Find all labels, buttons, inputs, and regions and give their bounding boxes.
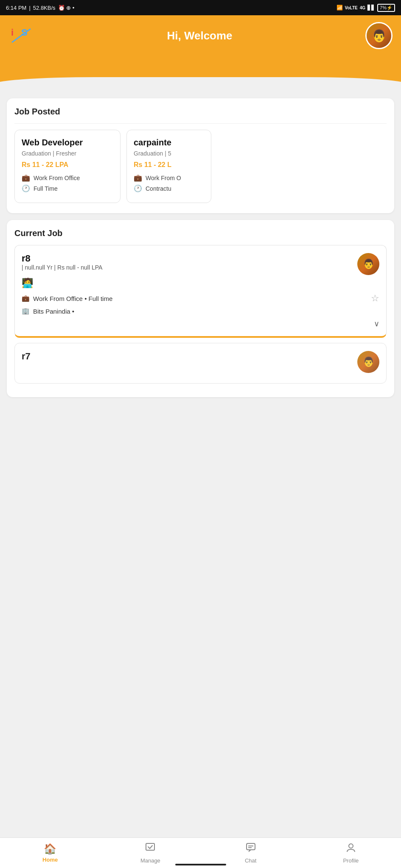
header-greeting: Hi, Welcome — [34, 29, 365, 42]
logo-svg: i 3 S — [9, 24, 33, 47]
app-logo: i 3 S — [8, 23, 34, 48]
job-title-0: Web Developer — [22, 138, 113, 147]
home-icon: 🏠 — [44, 843, 56, 855]
status-speed: 52.8KB/s — [33, 5, 56, 11]
user-avatar[interactable]: 👨 — [365, 22, 393, 49]
main-content: Job Posted Web Developer Graduation | Fr… — [0, 92, 401, 448]
status-network: | — [29, 5, 30, 11]
chat-icon — [245, 842, 256, 856]
work-person-icon: 🧑‍💻 — [22, 278, 379, 289]
clock-icon-1: 🕐 — [134, 184, 142, 192]
building-icon-0: 🏢 — [22, 307, 30, 315]
chevron-row-0[interactable]: ∨ — [22, 319, 379, 328]
current-job-item-0[interactable]: r8 | null.null Yr | Rs null - null LPA 👨… — [14, 245, 387, 338]
cj-meta-0: | null.null Yr | Rs null - null LPA — [22, 264, 102, 271]
cj-avatar-1: 👨 — [357, 351, 379, 373]
status-right: 📶 VoLTE 4G ▋▋ 7%⚡ — [337, 4, 395, 12]
cj-top-1: r7 👨 — [22, 351, 379, 373]
cj-work-detail-0: 💼 Work From Office • Full time — [22, 295, 112, 302]
jobs-scroll[interactable]: Web Developer Graduation | Fresher Rs 11… — [14, 130, 387, 205]
cj-avatar-0: 👨 — [357, 253, 379, 275]
job-title-1: carpainte — [134, 138, 204, 147]
cj-top-0: r8 | null.null Yr | Rs null - null LPA 👨 — [22, 253, 379, 275]
briefcase-icon-1: 💼 — [134, 174, 142, 182]
battery-icon: 7%⚡ — [377, 4, 395, 12]
job-meta-0: Graduation | Fresher — [22, 150, 113, 157]
manage-icon — [145, 842, 156, 856]
job-work-0: 💼 Work From Office — [22, 174, 113, 182]
nav-profile-label: Profile — [343, 857, 359, 864]
svg-text:S: S — [21, 27, 28, 38]
nav-chat-label: Chat — [245, 857, 256, 864]
avatar-image: 👨 — [367, 23, 391, 48]
profile-icon — [345, 842, 356, 856]
briefcase-icon-cj0: 💼 — [22, 295, 30, 302]
app-header: i 3 S Hi, Welcome 👨 — [0, 15, 401, 79]
job-time-0: 🕐 Full Time — [22, 184, 113, 192]
cj-company-row-0: 🏢 Bits Panindia • — [22, 307, 379, 315]
4g-icon: 4G — [360, 6, 365, 10]
svg-text:3: 3 — [15, 31, 21, 43]
status-time: 6:14 PM — [6, 5, 26, 11]
job-salary-0: Rs 11 - 22 LPA — [22, 161, 113, 169]
job-salary-1: Rs 11 - 22 L — [134, 161, 204, 169]
cj-name-1: r7 — [22, 351, 31, 362]
job-work-1: 💼 Work From O — [134, 174, 204, 182]
job-card-0[interactable]: Web Developer Graduation | Fresher Rs 11… — [14, 130, 121, 203]
svg-point-8 — [349, 844, 353, 848]
favorite-star-0[interactable]: ☆ — [371, 293, 379, 304]
svg-rect-5 — [247, 843, 255, 850]
clock-icon-0: 🕐 — [22, 184, 30, 192]
job-posted-title: Job Posted — [14, 107, 387, 117]
cj-detail-row-0: 💼 Work From Office • Full time ☆ — [22, 293, 379, 304]
nav-home[interactable]: 🏠 Home — [0, 838, 100, 868]
wifi-icon: 📶 — [337, 5, 343, 11]
nav-home-label: Home — [42, 857, 58, 863]
volte-icon: VoLTE — [345, 6, 358, 10]
job-meta-1: Graduation | 5 — [134, 150, 204, 157]
signal-icon: ▋▋ — [367, 5, 375, 11]
current-job-item-1[interactable]: r7 👨 — [14, 343, 387, 384]
svg-text:i: i — [11, 27, 14, 38]
briefcase-icon-0: 💼 — [22, 174, 30, 182]
svg-rect-4 — [146, 843, 154, 850]
job-card-1[interactable]: carpainte Graduation | 5 Rs 11 - 22 L 💼 … — [126, 130, 211, 203]
job-posted-section: Job Posted Web Developer Graduation | Fr… — [7, 98, 394, 213]
bottom-spacer — [7, 404, 394, 442]
chevron-down-icon-0: ∨ — [374, 319, 379, 328]
nav-profile[interactable]: Profile — [301, 838, 401, 868]
current-job-title: Current Job — [14, 228, 387, 238]
job-time-1: 🕐 Contractu — [134, 184, 204, 192]
current-job-section: Current Job r8 | null.null Yr | Rs null … — [7, 220, 394, 397]
status-bar: 6:14 PM | 52.8KB/s ⏰ ⊕ • 📶 VoLTE 4G ▋▋ 7… — [0, 0, 401, 15]
home-indicator — [175, 864, 226, 865]
cj-name-0: r8 — [22, 253, 102, 264]
status-icons: ⏰ ⊕ • — [58, 5, 75, 11]
nav-manage-label: Manage — [140, 857, 160, 864]
status-left: 6:14 PM | 52.8KB/s ⏰ ⊕ • — [6, 5, 74, 11]
